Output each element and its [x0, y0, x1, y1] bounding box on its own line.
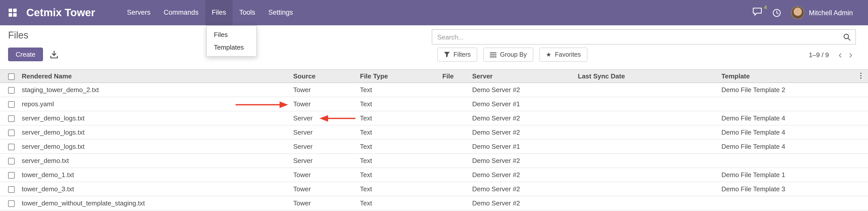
cell-server: Demo Server #2 [472, 154, 578, 168]
cell-file [442, 168, 472, 182]
download-button[interactable] [49, 49, 59, 59]
table-row[interactable]: tower_demo_1.txtTowerTextDemo Server #2D… [0, 168, 868, 182]
column-header-template[interactable]: Template [721, 69, 868, 83]
row-checkbox[interactable] [8, 200, 15, 207]
cell-last-sync-date [578, 83, 721, 97]
control-panel: Files Create [0, 25, 868, 69]
cell-file-type: Text [360, 182, 442, 196]
row-checkbox[interactable] [8, 186, 15, 193]
table-row[interactable]: tower_demo_without_template_staging.txtT… [0, 196, 868, 210]
table-row[interactable]: tower_demo_3.txtTowerTextDemo Server #2D… [0, 182, 868, 196]
cell-template: Demo File Template 3 [721, 182, 868, 196]
table-row[interactable]: staging_tower_demo_2.txtTowerTextDemo Se… [0, 83, 868, 97]
cell-source: Server [293, 140, 360, 154]
filters-label: Filters [454, 51, 471, 58]
cell-server: Demo Server #2 [472, 168, 578, 182]
cell-template [721, 154, 868, 168]
row-checkbox[interactable] [8, 172, 15, 179]
apps-grid-icon[interactable] [8, 8, 18, 18]
search-icon [843, 33, 851, 41]
cell-last-sync-date [578, 140, 721, 154]
favorites-button[interactable]: ★ Favorites [539, 48, 587, 62]
cell-file [442, 83, 472, 97]
dropdown-item-files[interactable]: Files [207, 28, 256, 41]
table-row[interactable]: repos.yamlTowerTextDemo Server #1 [0, 97, 868, 111]
row-checkbox[interactable] [8, 101, 15, 108]
group-by-bars-icon [490, 52, 496, 57]
group-by-button[interactable]: Group By [483, 48, 533, 62]
cell-rendered-name: tower_demo_1.txt [22, 168, 293, 182]
menu-servers[interactable]: Servers [120, 0, 157, 25]
cell-last-sync-date [578, 168, 721, 182]
column-header-last-sync-date[interactable]: Last Sync Date [578, 69, 721, 83]
cell-file-type: Text [360, 83, 442, 97]
search-submit-button[interactable] [843, 33, 855, 41]
cell-last-sync-date [578, 196, 721, 210]
table-row[interactable]: server_demo_logs.txtServerTextDemo Serve… [0, 140, 868, 154]
menu-settings[interactable]: Settings [261, 0, 300, 25]
cell-server: Demo Server #1 [472, 97, 578, 111]
row-checkbox-cell [0, 125, 22, 140]
column-header-file[interactable]: File [442, 69, 472, 83]
column-header-rendered-name[interactable]: Rendered Name [22, 69, 293, 83]
files-list-view: Rendered Name Source File Type File Serv… [0, 69, 868, 210]
files-table: Rendered Name Source File Type File Serv… [0, 69, 868, 210]
create-button[interactable]: Create [8, 48, 43, 61]
column-header-file-type[interactable]: File Type [360, 69, 442, 83]
cell-server: Demo Server #2 [472, 182, 578, 196]
row-checkbox[interactable] [8, 129, 15, 136]
menu-tools[interactable]: Tools [232, 0, 261, 25]
favorites-label: Favorites [555, 51, 581, 58]
funnel-icon [444, 52, 450, 58]
cell-file [442, 140, 472, 154]
optional-columns-toggle-icon[interactable]: ⋮ [857, 72, 864, 79]
cell-rendered-name: staging_tower_demo_2.txt [22, 83, 293, 97]
top-navbar: Cetmix Tower Servers Commands Files Tool… [0, 0, 868, 25]
files-table-body: staging_tower_demo_2.txtTowerTextDemo Se… [0, 83, 868, 210]
activities-button[interactable] [772, 8, 781, 17]
cell-last-sync-date [578, 125, 721, 140]
cell-file-type: Text [360, 196, 442, 210]
apps-grid-glyph [8, 8, 17, 17]
column-header-source[interactable]: Source [293, 69, 360, 83]
cell-source: Server [293, 154, 360, 168]
cell-file [442, 182, 472, 196]
table-header-row: Rendered Name Source File Type File Serv… [0, 69, 868, 83]
row-checkbox[interactable] [8, 158, 15, 164]
cell-template: Demo File Template 4 [721, 111, 868, 125]
download-icon [50, 50, 58, 58]
cell-file [442, 97, 472, 111]
dropdown-item-templates[interactable]: Templates [207, 41, 256, 54]
cell-rendered-name: tower_demo_3.txt [22, 182, 293, 196]
cell-file-type: Text [360, 125, 442, 140]
user-menu[interactable]: Mitchell Admin [791, 6, 853, 19]
menu-files[interactable]: Files [205, 0, 232, 25]
search-input[interactable] [432, 33, 843, 41]
cell-source: Tower [293, 168, 360, 182]
row-checkbox-cell [0, 182, 22, 196]
cell-server: Demo Server #2 [472, 196, 578, 210]
user-name: Mitchell Admin [809, 9, 853, 17]
messages-button[interactable]: 4 [752, 7, 762, 18]
cell-file [442, 111, 472, 125]
row-checkbox[interactable] [8, 115, 15, 122]
pager-previous-button[interactable]: ‹ [835, 50, 845, 60]
menu-commands[interactable]: Commands [157, 0, 205, 25]
cell-file [442, 154, 472, 168]
column-header-server[interactable]: Server [472, 69, 578, 83]
filters-button[interactable]: Filters [437, 48, 477, 62]
files-dropdown-menu: Files Templates [206, 25, 257, 57]
clock-icon [772, 8, 781, 17]
cell-file-type: Text [360, 154, 442, 168]
row-checkbox[interactable] [8, 87, 15, 94]
table-row[interactable]: server_demo_logs.txtServerTextDemo Serve… [0, 125, 868, 140]
navbar-right: 4 Mitchell Admin [752, 6, 853, 19]
select-all-checkbox[interactable] [8, 73, 15, 80]
pager-next-button[interactable]: › [845, 50, 856, 60]
row-checkbox[interactable] [8, 144, 15, 150]
app-brand-title: Cetmix Tower [26, 7, 95, 19]
table-row[interactable]: server_demo_logs.txtServerTextDemo Serve… [0, 111, 868, 125]
cell-template: Demo File Template 2 [721, 83, 868, 97]
cell-file-type: Text [360, 140, 442, 154]
table-row[interactable]: server_demo.txtServerTextDemo Server #2 [0, 154, 868, 168]
